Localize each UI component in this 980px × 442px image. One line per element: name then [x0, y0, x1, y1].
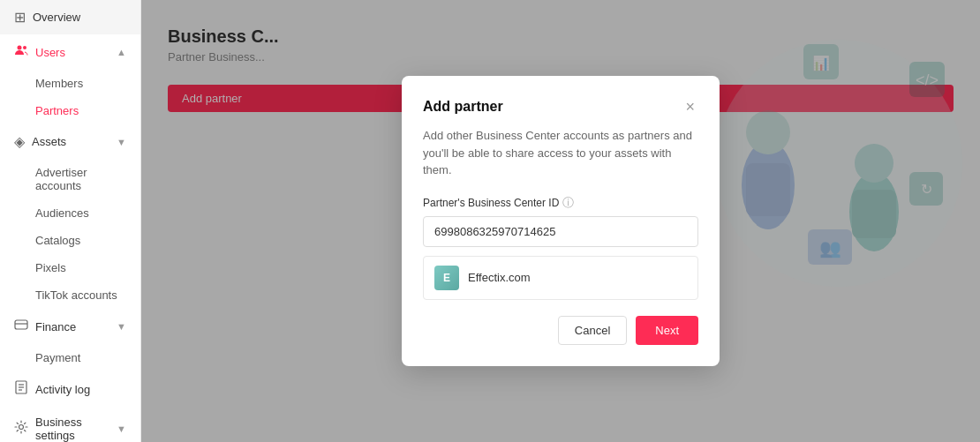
info-icon[interactable]: ⓘ: [562, 195, 574, 211]
svg-point-1: [23, 46, 26, 49]
sidebar-item-label: Activity log: [35, 383, 90, 396]
sidebar-item-label: Business settings: [35, 416, 109, 442]
modal-description: Add other Business Center accounts as pa…: [423, 127, 698, 179]
sidebar-sub-item-catalogs[interactable]: Catalogs: [0, 227, 140, 254]
sidebar: ⊞ Overview Users ▲ Members Partners ◈ As…: [0, 0, 141, 442]
business-settings-icon: [14, 420, 28, 438]
sidebar-item-finance[interactable]: Finance ▼: [0, 309, 140, 344]
business-center-id-input[interactable]: [423, 216, 698, 247]
svg-point-8: [19, 425, 24, 430]
sidebar-item-assets[interactable]: ◈ Assets ▼: [0, 124, 140, 159]
sidebar-sub-item-tiktok[interactable]: TikTok accounts: [0, 281, 140, 309]
sidebar-sub-item-members[interactable]: Members: [0, 70, 140, 97]
assets-icon: ◈: [14, 133, 25, 150]
sidebar-item-users[interactable]: Users ▲: [0, 34, 140, 70]
overview-icon: ⊞: [14, 9, 26, 26]
main-content: Business C... Partner Business... Add pa…: [141, 0, 980, 442]
chevron-down-settings-icon: ▼: [117, 423, 126, 434]
sidebar-item-overview[interactable]: ⊞ Overview: [0, 0, 140, 34]
chevron-down-finance-icon: ▼: [117, 321, 126, 332]
modal-close-button[interactable]: ×: [682, 97, 698, 116]
chevron-down-icon: ▼: [117, 137, 126, 147]
result-avatar: E: [434, 266, 459, 290]
sidebar-sub-item-advertiser[interactable]: Advertiser accounts: [0, 159, 140, 199]
modal-input-label: Partner's Business Center ID ⓘ: [423, 195, 698, 211]
modal-footer: Cancel Next: [423, 316, 698, 345]
add-partner-modal: Add partner × Add other Business Center …: [402, 76, 720, 366]
modal-overlay[interactable]: Add partner × Add other Business Center …: [141, 0, 980, 442]
result-name: Effectix.com: [468, 271, 531, 284]
modal-header: Add partner ×: [423, 97, 698, 116]
next-button[interactable]: Next: [636, 316, 698, 345]
sidebar-sub-item-partners[interactable]: Partners: [0, 97, 140, 124]
chevron-up-icon: ▲: [117, 47, 126, 57]
finance-icon: [14, 318, 28, 335]
sidebar-item-label: Overview: [33, 11, 80, 24]
search-result-item[interactable]: E Effectix.com: [423, 256, 698, 300]
svg-rect-2: [15, 320, 27, 329]
sidebar-item-activity-log[interactable]: Activity log: [0, 371, 140, 407]
cancel-button[interactable]: Cancel: [558, 316, 627, 345]
sidebar-sub-item-audiences[interactable]: Audiences: [0, 199, 140, 227]
sidebar-item-business-settings[interactable]: Business settings ▼: [0, 407, 140, 442]
users-icon: [14, 43, 28, 61]
sidebar-sub-item-pixels[interactable]: Pixels: [0, 254, 140, 281]
activity-log-icon: [14, 380, 28, 398]
sidebar-sub-item-payment[interactable]: Payment: [0, 344, 140, 371]
sidebar-item-label: Finance: [35, 320, 76, 333]
svg-point-0: [18, 46, 22, 50]
sidebar-item-label: Assets: [32, 135, 66, 148]
modal-title: Add partner: [423, 99, 503, 115]
sidebar-item-label: Users: [35, 46, 65, 59]
